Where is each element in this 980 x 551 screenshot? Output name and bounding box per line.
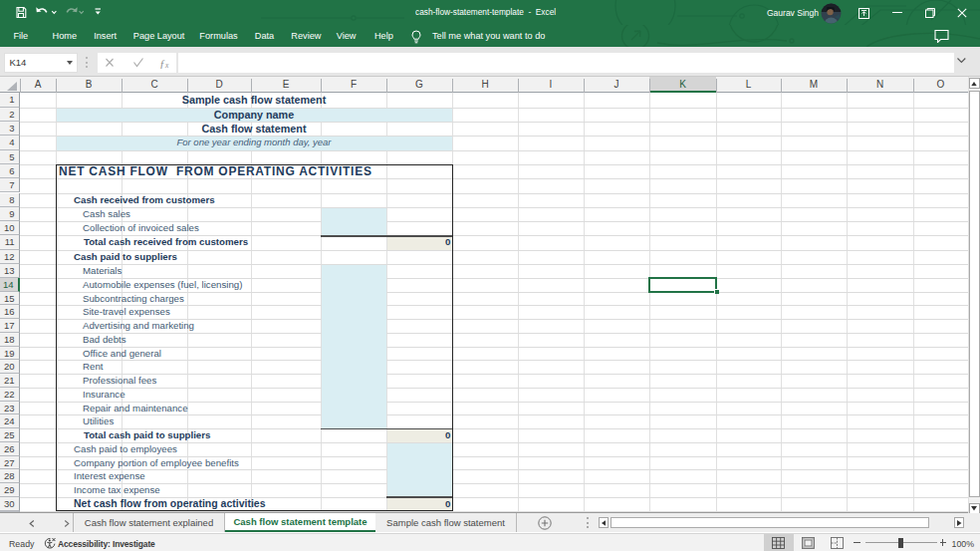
svg-text:x: x bbox=[164, 61, 169, 69]
